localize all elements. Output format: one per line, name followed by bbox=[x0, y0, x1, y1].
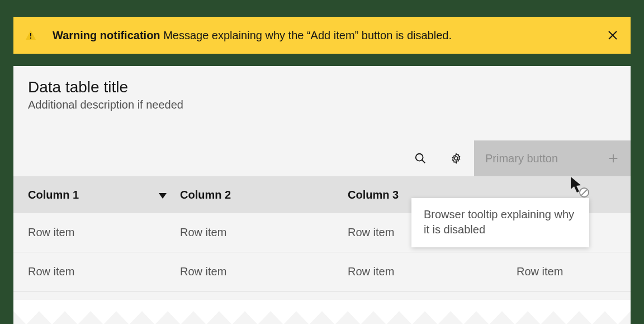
sort-desc-icon bbox=[159, 189, 167, 201]
svg-point-5 bbox=[416, 154, 423, 161]
notification-text: Warning notification Message explaining … bbox=[53, 29, 452, 42]
warning-icon bbox=[25, 29, 37, 41]
notification-title: Warning notification bbox=[53, 29, 160, 41]
column-header-2[interactable]: Column 2 bbox=[180, 189, 348, 201]
primary-button[interactable]: Primary button bbox=[474, 140, 631, 176]
close-icon bbox=[607, 30, 618, 41]
svg-marker-10 bbox=[159, 193, 167, 199]
cell: Row item bbox=[180, 226, 348, 239]
column-header-2-label: Column 2 bbox=[180, 189, 231, 201]
tooltip-text: Browser tooltip explaining why it is dis… bbox=[424, 208, 574, 236]
cell: Row item bbox=[13, 265, 180, 278]
card-header: Data table title Additional description … bbox=[13, 66, 631, 117]
table-title: Data table title bbox=[28, 78, 616, 96]
column-header-1[interactable]: Column 1 bbox=[13, 189, 180, 201]
primary-button-label: Primary button bbox=[485, 152, 558, 165]
table-description: Additional description if needed bbox=[28, 98, 616, 111]
gear-icon bbox=[450, 152, 462, 165]
column-header-3-label: Column 3 bbox=[348, 189, 399, 201]
add-icon bbox=[607, 152, 619, 165]
table-row: Row item Row item Row item Row item bbox=[13, 252, 631, 292]
svg-point-7 bbox=[454, 157, 458, 160]
notification-message: Message explaining why the “Add item” bu… bbox=[163, 29, 452, 41]
search-button[interactable] bbox=[402, 140, 438, 176]
close-button[interactable] bbox=[606, 29, 619, 42]
column-header-1-label: Column 1 bbox=[28, 189, 79, 201]
warning-notification: Warning notification Message explaining … bbox=[13, 17, 631, 54]
disabled-tooltip: Browser tooltip explaining why it is dis… bbox=[411, 198, 589, 247]
cell: Row item bbox=[517, 265, 631, 278]
settings-button[interactable] bbox=[438, 140, 474, 176]
cell: Row item bbox=[180, 265, 348, 278]
table-toolbar: Primary button bbox=[13, 140, 631, 176]
cell: Row item bbox=[13, 226, 180, 239]
data-table-card: Data table title Additional description … bbox=[13, 66, 631, 324]
search-icon bbox=[414, 152, 427, 165]
svg-rect-1 bbox=[30, 33, 31, 36]
svg-line-6 bbox=[422, 160, 425, 163]
cell: Row item bbox=[348, 265, 517, 278]
svg-rect-2 bbox=[30, 37, 31, 39]
